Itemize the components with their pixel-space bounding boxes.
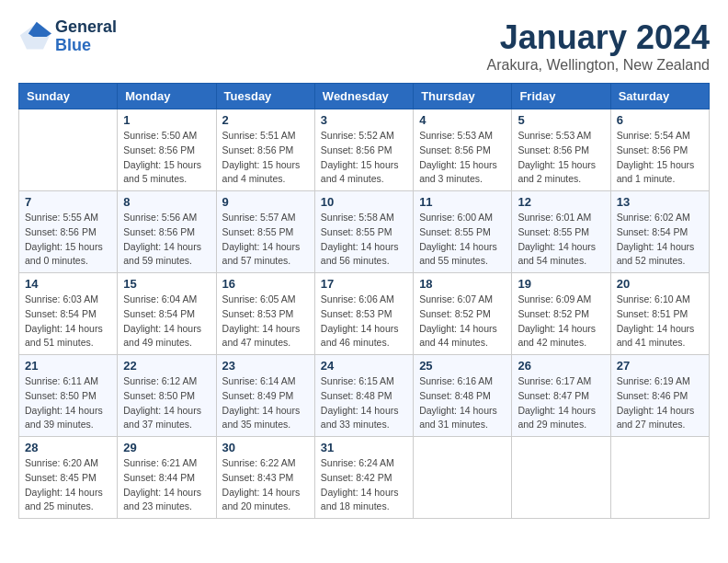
calendar-cell: 9Sunrise: 5:57 AMSunset: 8:55 PMDaylight…	[216, 191, 314, 273]
calendar-cell: 15Sunrise: 6:04 AMSunset: 8:54 PMDayligh…	[118, 273, 216, 355]
day-number: 5	[518, 113, 604, 127]
calendar-cell: 26Sunrise: 6:17 AMSunset: 8:47 PMDayligh…	[512, 355, 610, 437]
day-number: 13	[617, 195, 703, 209]
day-info: Sunrise: 6:05 AMSunset: 8:53 PMDaylight:…	[222, 293, 309, 350]
day-info: Sunrise: 6:14 AMSunset: 8:49 PMDaylight:…	[222, 374, 309, 432]
day-info: Sunrise: 5:56 AMSunset: 8:56 PMDaylight:…	[123, 211, 210, 269]
day-info: Sunrise: 6:15 AMSunset: 8:48 PMDaylight:…	[321, 374, 407, 432]
logo-text: General Blue	[55, 18, 117, 55]
day-number: 19	[518, 277, 604, 291]
day-number: 24	[321, 359, 407, 373]
day-number: 26	[518, 359, 604, 373]
day-number: 18	[419, 277, 506, 291]
day-header-thursday: Thursday	[414, 84, 512, 109]
calendar-cell: 22Sunrise: 6:12 AMSunset: 8:50 PMDayligh…	[118, 355, 216, 437]
day-info: Sunrise: 5:54 AMSunset: 8:56 PMDaylight:…	[617, 129, 703, 187]
calendar-cell: 20Sunrise: 6:10 AMSunset: 8:51 PMDayligh…	[610, 273, 709, 355]
day-info: Sunrise: 5:50 AMSunset: 8:56 PMDaylight:…	[123, 129, 210, 187]
day-header-sunday: Sunday	[19, 84, 118, 109]
day-info: Sunrise: 5:53 AMSunset: 8:56 PMDaylight:…	[419, 129, 506, 187]
day-number: 2	[222, 113, 309, 127]
calendar-cell: 11Sunrise: 6:00 AMSunset: 8:55 PMDayligh…	[414, 191, 512, 273]
day-number: 17	[321, 277, 407, 291]
day-number: 12	[518, 195, 604, 209]
day-info: Sunrise: 5:58 AMSunset: 8:55 PMDaylight:…	[321, 211, 407, 269]
week-row-4: 21Sunrise: 6:11 AMSunset: 8:50 PMDayligh…	[19, 355, 710, 437]
logo-general: General	[55, 17, 117, 36]
day-info: Sunrise: 6:12 AMSunset: 8:50 PMDaylight:…	[123, 374, 210, 432]
week-row-5: 28Sunrise: 6:20 AMSunset: 8:45 PMDayligh…	[19, 437, 710, 519]
day-info: Sunrise: 5:53 AMSunset: 8:56 PMDaylight:…	[518, 129, 604, 187]
calendar-cell: 3Sunrise: 5:52 AMSunset: 8:56 PMDaylight…	[314, 109, 413, 191]
calendar-cell: 21Sunrise: 6:11 AMSunset: 8:50 PMDayligh…	[19, 355, 118, 437]
calendar-cell	[414, 437, 512, 519]
day-number: 6	[617, 113, 703, 127]
calendar-cell: 8Sunrise: 5:56 AMSunset: 8:56 PMDaylight…	[118, 191, 216, 273]
day-number: 15	[123, 277, 210, 291]
calendar-cell: 19Sunrise: 6:09 AMSunset: 8:52 PMDayligh…	[512, 273, 610, 355]
day-number: 30	[222, 441, 309, 454]
day-info: Sunrise: 5:51 AMSunset: 8:56 PMDaylight:…	[222, 129, 309, 187]
calendar-cell: 27Sunrise: 6:19 AMSunset: 8:46 PMDayligh…	[610, 355, 709, 437]
day-number: 21	[25, 359, 111, 373]
calendar-cell: 31Sunrise: 6:24 AMSunset: 8:42 PMDayligh…	[314, 437, 413, 519]
calendar-cell	[610, 437, 709, 519]
calendar-cell: 16Sunrise: 6:05 AMSunset: 8:53 PMDayligh…	[216, 273, 314, 355]
calendar-cell: 14Sunrise: 6:03 AMSunset: 8:54 PMDayligh…	[19, 273, 118, 355]
day-number: 8	[123, 195, 210, 209]
calendar-cell: 25Sunrise: 6:16 AMSunset: 8:48 PMDayligh…	[414, 355, 512, 437]
day-info: Sunrise: 6:17 AMSunset: 8:47 PMDaylight:…	[518, 374, 604, 432]
calendar-cell: 7Sunrise: 5:55 AMSunset: 8:56 PMDaylight…	[19, 191, 118, 273]
day-info: Sunrise: 6:02 AMSunset: 8:54 PMDaylight:…	[617, 211, 703, 269]
day-header-wednesday: Wednesday	[314, 84, 413, 109]
day-number: 31	[321, 441, 407, 454]
day-info: Sunrise: 6:20 AMSunset: 8:45 PMDaylight:…	[25, 456, 111, 514]
day-number: 28	[25, 441, 111, 454]
day-info: Sunrise: 6:04 AMSunset: 8:54 PMDaylight:…	[123, 293, 210, 350]
day-info: Sunrise: 6:16 AMSunset: 8:48 PMDaylight:…	[419, 374, 506, 432]
day-number: 3	[321, 113, 407, 127]
header-row: SundayMondayTuesdayWednesdayThursdayFrid…	[19, 84, 710, 109]
logo: General Blue	[18, 18, 117, 55]
day-number: 10	[321, 195, 407, 209]
day-header-friday: Friday	[512, 84, 610, 109]
day-info: Sunrise: 6:22 AMSunset: 8:43 PMDaylight:…	[222, 456, 309, 514]
calendar-cell: 13Sunrise: 6:02 AMSunset: 8:54 PMDayligh…	[610, 191, 709, 273]
day-header-tuesday: Tuesday	[216, 84, 314, 109]
day-info: Sunrise: 6:09 AMSunset: 8:52 PMDaylight:…	[518, 293, 604, 350]
day-info: Sunrise: 6:01 AMSunset: 8:55 PMDaylight:…	[518, 211, 604, 269]
day-info: Sunrise: 6:21 AMSunset: 8:44 PMDaylight:…	[123, 456, 210, 514]
calendar-cell	[19, 109, 118, 191]
calendar-cell: 24Sunrise: 6:15 AMSunset: 8:48 PMDayligh…	[314, 355, 413, 437]
day-info: Sunrise: 6:24 AMSunset: 8:42 PMDaylight:…	[321, 456, 407, 514]
svg-marker-1	[28, 22, 51, 37]
day-number: 25	[419, 359, 506, 373]
day-info: Sunrise: 6:07 AMSunset: 8:52 PMDaylight:…	[419, 293, 506, 350]
calendar-cell	[512, 437, 610, 519]
calendar-cell: 18Sunrise: 6:07 AMSunset: 8:52 PMDayligh…	[414, 273, 512, 355]
day-number: 7	[25, 195, 111, 209]
day-number: 4	[419, 113, 506, 127]
day-info: Sunrise: 5:55 AMSunset: 8:56 PMDaylight:…	[25, 211, 111, 269]
day-number: 1	[123, 113, 210, 127]
month-title: January 2024	[487, 18, 711, 57]
week-row-1: 1Sunrise: 5:50 AMSunset: 8:56 PMDaylight…	[19, 109, 710, 191]
calendar-cell: 4Sunrise: 5:53 AMSunset: 8:56 PMDaylight…	[414, 109, 512, 191]
day-info: Sunrise: 5:52 AMSunset: 8:56 PMDaylight:…	[321, 129, 407, 187]
day-number: 22	[123, 359, 210, 373]
day-info: Sunrise: 5:57 AMSunset: 8:55 PMDaylight:…	[222, 211, 309, 269]
day-info: Sunrise: 6:10 AMSunset: 8:51 PMDaylight:…	[617, 293, 703, 350]
calendar-cell: 29Sunrise: 6:21 AMSunset: 8:44 PMDayligh…	[118, 437, 216, 519]
day-number: 16	[222, 277, 309, 291]
day-info: Sunrise: 6:11 AMSunset: 8:50 PMDaylight:…	[25, 374, 111, 432]
calendar-cell: 6Sunrise: 5:54 AMSunset: 8:56 PMDaylight…	[610, 109, 709, 191]
title-block: January 2024 Arakura, Wellington, New Ze…	[487, 18, 711, 74]
day-number: 9	[222, 195, 309, 209]
calendar-cell: 17Sunrise: 6:06 AMSunset: 8:53 PMDayligh…	[314, 273, 413, 355]
calendar-cell: 28Sunrise: 6:20 AMSunset: 8:45 PMDayligh…	[19, 437, 118, 519]
calendar-table: SundayMondayTuesdayWednesdayThursdayFrid…	[18, 83, 710, 519]
day-number: 11	[419, 195, 506, 209]
day-number: 20	[617, 277, 703, 291]
calendar-cell: 2Sunrise: 5:51 AMSunset: 8:56 PMDaylight…	[216, 109, 314, 191]
calendar-cell: 23Sunrise: 6:14 AMSunset: 8:49 PMDayligh…	[216, 355, 314, 437]
